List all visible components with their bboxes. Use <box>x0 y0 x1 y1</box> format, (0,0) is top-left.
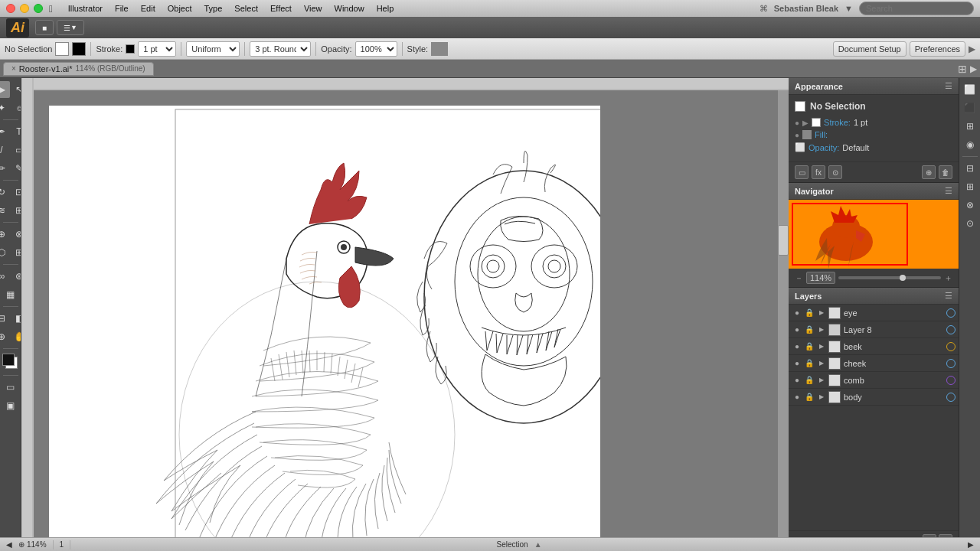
stroke-swatch-appearance[interactable] <box>812 118 821 127</box>
fill-vis-icon[interactable]: ● <box>795 131 799 139</box>
slice-tool[interactable]: ⊟ <box>0 310 10 327</box>
appearance-panel-menu[interactable]: ☰ <box>945 81 952 91</box>
lasso-tool[interactable]: ⌾ <box>11 99 21 116</box>
panel-tool-2[interactable]: ⬛ <box>962 99 978 116</box>
vertical-scrollbar[interactable] <box>778 90 789 539</box>
menu-object[interactable]: Object <box>162 2 198 15</box>
menu-file[interactable]: File <box>109 2 135 15</box>
status-right-arrow[interactable]: ▶ <box>968 540 974 549</box>
apple-icon[interactable]:  <box>49 3 53 15</box>
symbol-tool[interactable]: ⊛ <box>11 268 21 285</box>
menu-select[interactable]: Select <box>228 2 264 15</box>
layer-lock-icon[interactable]: 🔒 <box>804 341 815 352</box>
search-input[interactable] <box>859 2 974 15</box>
panel-tool-8[interactable]: ⊙ <box>962 215 978 232</box>
free-transform-tool[interactable]: ⊞ <box>11 202 21 219</box>
navigator-panel-menu[interactable]: ☰ <box>945 186 952 196</box>
layer-row[interactable]: ● 🔒 ▶ cheek <box>789 355 959 372</box>
pencil-tool[interactable]: ✎ <box>11 160 21 177</box>
menu-help[interactable]: Help <box>371 2 400 15</box>
eraser-tool[interactable]: ◧ <box>11 310 21 327</box>
direct-selection-tool[interactable]: ↖ <box>11 81 21 98</box>
stroke-cap-select[interactable]: 3 pt. Round <box>250 41 311 57</box>
layer-visibility-comb[interactable]: ● <box>792 375 802 386</box>
menu-window[interactable]: Window <box>328 2 371 15</box>
layer-visibility-eye[interactable]: ● <box>792 308 802 318</box>
foreground-color-swatch[interactable] <box>2 354 15 366</box>
dropdown-icon[interactable]: ▼ <box>844 4 853 13</box>
status-left-arrow[interactable]: ◀ <box>6 540 12 549</box>
close-button[interactable] <box>6 4 15 13</box>
zoom-in-btn[interactable]: ＋ <box>944 272 952 284</box>
live-paint-tool[interactable]: ⊗ <box>11 226 21 243</box>
arrange-btn[interactable]: ☰▼ <box>57 20 84 35</box>
color-swatches[interactable] <box>2 354 19 370</box>
navigator-preview[interactable] <box>789 200 959 269</box>
blend-tool[interactable]: ∞ <box>0 268 10 285</box>
doc-setup-button[interactable]: Document Setup <box>833 41 906 57</box>
panel-tool-7[interactable]: ⊗ <box>962 197 978 214</box>
layer-row[interactable]: ● 🔒 ▶ eye <box>789 305 959 321</box>
delete-btn[interactable]: 🗑 <box>939 165 952 179</box>
change-screen-mode-btn[interactable]: ▣ <box>2 397 19 414</box>
hand-tool[interactable]: ✋ <box>11 328 21 345</box>
layer-visibility-cheek[interactable]: ● <box>792 358 802 369</box>
layer-expand-icon[interactable]: ▶ <box>816 375 827 386</box>
zoom-tool[interactable]: ⊕ <box>0 328 10 345</box>
appearance-fill-swatch[interactable] <box>795 101 805 112</box>
new-layer-btn[interactable]: fx <box>812 165 825 179</box>
opacity-select[interactable]: 100% <box>355 41 397 57</box>
paintbrush-tool[interactable]: ✏ <box>0 160 10 177</box>
arrange-panels-icon[interactable]: ⊞ <box>958 63 967 75</box>
panel-tool-5[interactable]: ⊟ <box>962 160 978 177</box>
normal-view-btn[interactable]: ▭ <box>2 379 19 396</box>
canvas-area[interactable] <box>21 78 789 551</box>
line-tool[interactable]: / <box>0 142 10 158</box>
layer-expand-icon[interactable]: ▶ <box>816 392 827 403</box>
mesh-tool[interactable]: ⊞ <box>11 244 21 261</box>
fill-swatch-appearance[interactable] <box>802 130 812 139</box>
document-tab[interactable]: × Rooster-v1.ai* 114% (RGB/Outline) <box>3 62 154 76</box>
layer-visibility-layer8[interactable]: ● <box>792 324 802 335</box>
layer-lock-icon[interactable]: 🔒 <box>804 392 815 403</box>
layer-lock-icon[interactable]: 🔒 <box>804 375 815 386</box>
panel-menu-icon[interactable]: ▶ <box>970 64 977 74</box>
tab-close-button[interactable]: × <box>11 64 16 73</box>
menu-view[interactable]: View <box>298 2 328 15</box>
menu-effect[interactable]: Effect <box>264 2 298 15</box>
panel-tool-4[interactable]: ◉ <box>962 136 978 153</box>
layer-expand-icon[interactable]: ▶ <box>816 358 827 369</box>
layer-visibility-body[interactable]: ● <box>792 392 802 403</box>
layer-target-circle[interactable] <box>946 376 956 385</box>
magic-wand-tool[interactable]: ✦ <box>0 99 10 116</box>
rotate-tool[interactable]: ↻ <box>0 184 10 201</box>
panel-tool-3[interactable]: ⊞ <box>962 118 978 135</box>
navigator-zoom-display[interactable]: 114% <box>806 272 835 284</box>
fill-swatch[interactable] <box>55 42 69 56</box>
column-graph-tool[interactable]: ▦ <box>2 286 19 303</box>
layer-expand-icon[interactable]: ▶ <box>816 324 827 335</box>
workspace-btn[interactable]: ■ <box>35 20 54 35</box>
layer-row[interactable]: ● 🔒 ▶ body <box>789 389 959 406</box>
menu-illustrator[interactable]: Illustrator <box>62 2 109 15</box>
layer-row[interactable]: ● 🔒 ▶ Layer 8 <box>789 321 959 338</box>
minimize-button[interactable] <box>20 4 29 13</box>
navigator-zoom-thumb[interactable] <box>900 275 906 281</box>
stroke-expand-icon[interactable]: ▶ <box>802 119 808 127</box>
clear-appearance-btn[interactable]: ⊙ <box>828 165 842 179</box>
layer-lock-icon[interactable]: 🔒 <box>804 324 815 335</box>
panel-tool-6[interactable]: ⊞ <box>962 178 978 195</box>
navigator-zoom-slider[interactable] <box>838 276 941 279</box>
perspective-tool[interactable]: ⬡ <box>0 244 10 261</box>
type-tool[interactable]: T <box>11 123 21 140</box>
warp-tool[interactable]: ≋ <box>0 202 10 219</box>
stroke-options-btn[interactable]: ▭ <box>795 165 808 179</box>
layer-expand-icon[interactable]: ▶ <box>816 308 827 318</box>
scale-tool[interactable]: ⊡ <box>11 184 21 201</box>
menu-edit[interactable]: Edit <box>135 2 162 15</box>
layer-target-circle[interactable] <box>946 393 956 402</box>
panel-tool-1[interactable]: ⬜ <box>962 81 978 98</box>
layer-target-circle[interactable] <box>946 308 956 318</box>
stroke-color-swatch[interactable] <box>72 42 86 56</box>
preferences-button[interactable]: Preferences <box>910 41 965 57</box>
